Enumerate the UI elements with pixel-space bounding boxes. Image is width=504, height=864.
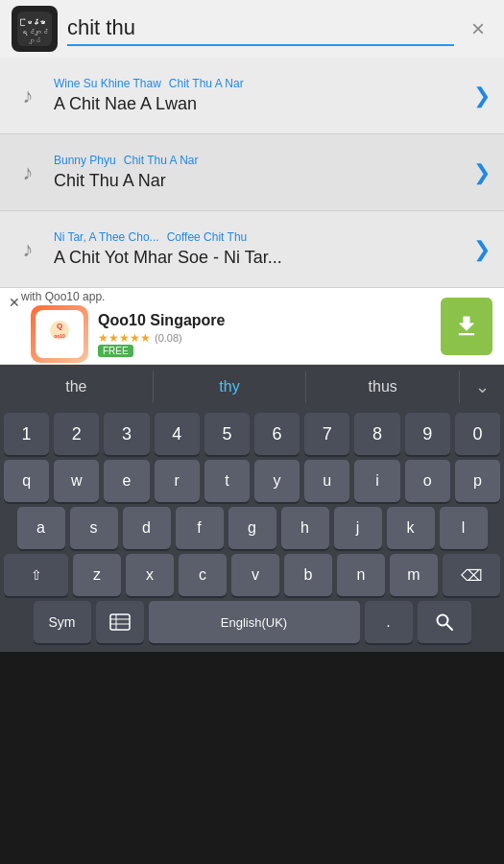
key-8[interactable]: 8 [354,413,399,455]
result-text-3: Ni Tar, A Thee Cho... Coffee Chit Thu A … [54,230,462,268]
results-list: ♪ Wine Su Khine Thaw Chit Thu A Nar A Ch… [0,58,504,288]
key-g[interactable]: g [228,507,276,549]
ad-brand-logo: Q oo10 [36,310,84,358]
svg-line-13 [446,625,452,631]
ad-image: Q oo10 [31,305,88,363]
ad-close-button[interactable]: ✕ [6,294,23,311]
key-a[interactable]: a [17,507,65,549]
key-t[interactable]: t [204,460,250,502]
key-z[interactable]: z [73,554,121,596]
key-4[interactable]: 4 [155,413,200,455]
suggestion-thy[interactable]: thy [154,371,307,403]
result-album-1: Chit Thu A Nar [169,77,244,90]
music-icon-2: ♪ [13,160,42,185]
search-bar: မြန်မာ ရင်ဂျင် ဂျပ် × [0,0,504,58]
key-k[interactable]: k [387,507,435,549]
period-key[interactable]: . [365,601,413,643]
ad-subtitle: ★★★★★ (0.08) [98,331,225,345]
key-y[interactable]: y [254,460,300,502]
key-6[interactable]: 6 [254,413,300,455]
suggestions-bar: the thy thus ⌄ [0,365,504,409]
search-clear-button[interactable]: × [464,12,492,46]
search-input-container[interactable] [67,12,454,46]
result-title-3: A Chit Yot Mhar Soe - Ni Tar... [54,248,462,268]
key-s[interactable]: s [70,507,118,549]
ad-body-text: with Qoo10 app. [21,290,431,303]
key-r[interactable]: r [155,460,200,502]
svg-text:oo10: oo10 [54,333,65,339]
number-key-row: 1 2 3 4 5 6 7 8 9 0 [0,413,504,455]
space-key[interactable]: English(UK) [149,601,360,643]
result-chevron-3[interactable]: ❯ [473,237,491,262]
key-m[interactable]: m [390,554,438,596]
key-v[interactable]: v [231,554,279,596]
result-title-1: A Chit Nae A Lwan [54,94,462,114]
key-f[interactable]: f [176,507,224,549]
key-p[interactable]: p [455,460,500,502]
key-3[interactable]: 3 [104,413,149,455]
ad-rating: (0.08) [155,332,182,344]
key-9[interactable]: 9 [405,413,450,455]
zxcv-row: ⇧ z x c v b n m ⌫ [0,554,504,596]
result-artist-3: Ni Tar, A Thee Cho... [54,230,159,244]
suggestion-the[interactable]: the [0,371,154,403]
keyboard: 1 2 3 4 5 6 7 8 9 0 q w e r t y u i o p … [0,409,504,652]
key-c[interactable]: c [179,554,227,596]
music-icon-3: ♪ [13,237,42,262]
key-x[interactable]: x [126,554,174,596]
shift-key[interactable]: ⇧ [4,554,68,596]
result-artist-2: Bunny Phyu [54,154,116,167]
result-item-1[interactable]: ♪ Wine Su Khine Thaw Chit Thu A Nar A Ch… [0,58,504,134]
ad-free-badge: FREE [98,345,133,357]
key-b[interactable]: b [284,554,332,596]
key-d[interactable]: d [123,507,171,549]
language-key[interactable] [96,601,144,643]
key-w[interactable]: w [54,460,99,502]
ad-title: Qoo10 Singapore [98,312,225,329]
result-text-1: Wine Su Khine Thaw Chit Thu A Nar A Chit… [54,77,462,114]
qwerty-row: q w e r t y u i o p [0,460,504,502]
search-button[interactable] [418,601,471,643]
search-input[interactable] [67,12,454,44]
key-h[interactable]: h [281,507,329,549]
svg-rect-8 [110,614,130,630]
ad-banner[interactable]: ✕ with Qoo10 app. Q oo10 Qoo10 Singapore… [0,288,504,365]
key-2[interactable]: 2 [54,413,99,455]
result-album-2: Chit Thu A Nar [124,154,199,167]
key-q[interactable]: q [4,460,49,502]
key-1[interactable]: 1 [4,413,49,455]
sym-key[interactable]: Sym [34,601,91,643]
ad-download-button[interactable] [441,298,492,355]
result-chevron-2[interactable]: ❯ [473,160,491,185]
result-title-2: Chit Thu A Nar [54,171,462,191]
key-5[interactable]: 5 [204,413,250,455]
result-artist-1: Wine Su Khine Thaw [54,77,161,90]
suggestion-expand-button[interactable]: ⌄ [460,376,504,397]
result-item-3[interactable]: ♪ Ni Tar, A Thee Cho... Coffee Chit Thu … [0,211,504,288]
key-0[interactable]: 0 [455,413,500,455]
ad-stars: ★★★★★ [98,331,151,345]
svg-text:Q: Q [57,322,62,330]
result-text-2: Bunny Phyu Chit Thu A Nar Chit Thu A Nar [54,154,462,191]
key-i[interactable]: i [354,460,399,502]
key-n[interactable]: n [337,554,385,596]
result-item-2[interactable]: ♪ Bunny Phyu Chit Thu A Nar Chit Thu A N… [0,134,504,211]
suggestion-thus[interactable]: thus [306,371,460,403]
svg-text:ဂျပ်: ဂျပ် [29,37,40,44]
result-album-3: Coffee Chit Thu [167,230,248,244]
key-j[interactable]: j [334,507,382,549]
app-logo: မြန်မာ ရင်ဂျင် ဂျပ် [12,6,58,52]
result-chevron-1[interactable]: ❯ [473,84,491,108]
asdf-row: a s d f g h j k l [0,507,504,549]
key-7[interactable]: 7 [304,413,349,455]
key-e[interactable]: e [104,460,149,502]
backspace-key[interactable]: ⌫ [443,554,500,596]
music-icon-1: ♪ [13,84,42,108]
key-u[interactable]: u [304,460,349,502]
bottom-row: Sym English(UK) . [0,601,504,643]
svg-text:ရင်ဂျင်: ရင်ဂျင် [21,29,48,36]
key-o[interactable]: o [405,460,450,502]
key-l[interactable]: l [440,507,488,549]
